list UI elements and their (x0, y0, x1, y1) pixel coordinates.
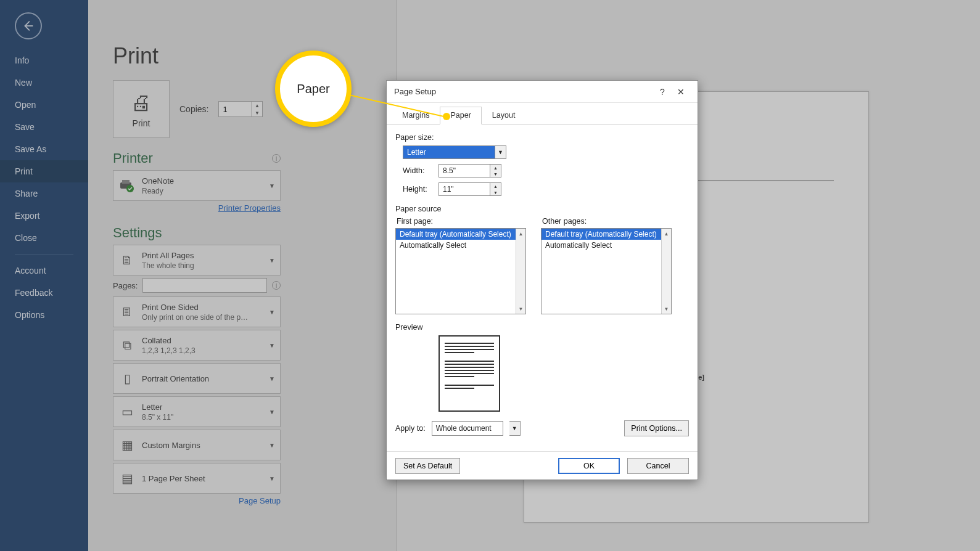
chevron-down-icon: ▼ (269, 442, 275, 449)
other-pages-label: Other pages: (542, 217, 672, 226)
copies-down[interactable]: ▼ (252, 109, 262, 116)
chevron-down-icon: ▼ (269, 475, 275, 482)
sides-dropdown[interactable]: 🗏 Print One Sided Only print on one side… (113, 296, 281, 327)
nav-options[interactable]: Options (0, 304, 88, 326)
scrollbar[interactable]: ▲▼ (661, 229, 671, 314)
height-value: 11" (439, 183, 490, 195)
nav-export[interactable]: Export (0, 205, 88, 227)
apply-to-label: Apply to: (395, 424, 426, 433)
ok-button[interactable]: OK (558, 458, 620, 474)
list-item[interactable]: Default tray (Automatically Select) (541, 229, 671, 240)
height-label: Height: (403, 185, 432, 194)
height-up[interactable]: ▲ (490, 183, 501, 189)
nav-save[interactable]: Save (0, 116, 88, 138)
printer-status-icon (118, 177, 136, 194)
list-item[interactable]: Automatically Select (396, 240, 525, 251)
chevron-down-icon: ▼ (269, 257, 275, 264)
list-item[interactable]: Default tray (Automatically Select) (396, 229, 525, 240)
nav-close[interactable]: Close (0, 227, 88, 249)
width-up[interactable]: ▲ (490, 165, 501, 171)
back-button[interactable] (15, 12, 42, 39)
orientation-label: Portrait Orientation (142, 374, 209, 383)
portrait-icon: ▯ (118, 370, 136, 387)
cancel-button[interactable]: Cancel (627, 458, 689, 474)
width-down[interactable]: ▼ (490, 171, 501, 177)
page-icon: ▭ (118, 403, 136, 420)
print-range-dropdown[interactable]: 🗎 Print All Pages The whole thing ▼ (113, 245, 281, 276)
tab-layout[interactable]: Layout (482, 107, 526, 124)
width-spinner[interactable]: 8.5" ▲▼ (439, 164, 501, 178)
collate-label: Collated (142, 336, 171, 345)
set-as-default-button[interactable]: Set As Default (395, 458, 460, 474)
pages-per-sheet-label: 1 Page Per Sheet (142, 474, 205, 483)
nav-info[interactable]: Info (0, 49, 88, 71)
list-item[interactable]: Automatically Select (541, 240, 671, 251)
paper-size-combo[interactable]: Letter ▼ (403, 145, 689, 159)
copies-label: Copies: (179, 104, 208, 114)
page-setup-dialog: Page Setup ? ✕ Margins Paper Layout Pape… (386, 80, 698, 480)
page-title: Print (113, 43, 310, 69)
chevron-down-icon[interactable]: ▼ (509, 421, 521, 436)
copies-spinner[interactable]: 1 ▲▼ (218, 101, 263, 117)
sides-label: Print One Sided (142, 303, 199, 312)
margins-dropdown[interactable]: ▦ Custom Margins ▼ (113, 430, 281, 460)
backstage-sidebar: Info New Open Save Save As Print Share E… (0, 0, 88, 551)
margins-label: Custom Margins (142, 441, 200, 450)
printer-properties-link[interactable]: Printer Properties (113, 203, 281, 213)
height-spinner[interactable]: 11" ▲▼ (439, 182, 501, 196)
orientation-dropdown[interactable]: ▯ Portrait Orientation ▼ (113, 363, 281, 394)
print-range-label: Print All Pages (142, 251, 194, 260)
print-button[interactable]: 🖨 Print (113, 80, 170, 138)
info-icon[interactable]: i (272, 154, 281, 163)
pages-per-sheet-dropdown[interactable]: ▤ 1 Page Per Sheet ▼ (113, 463, 281, 494)
nav-account[interactable]: Account (0, 259, 88, 282)
printer-name: OneNote (142, 176, 174, 186)
info-icon[interactable]: i (272, 281, 281, 290)
collate-dropdown[interactable]: ⧉ Collated 1,2,3 1,2,3 1,2,3 ▼ (113, 330, 281, 361)
sheet-icon: ▤ (118, 470, 136, 487)
page-setup-link[interactable]: Page Setup (113, 496, 281, 505)
sides-sub: Only print on one side of the p… (142, 313, 263, 322)
chevron-down-icon[interactable]: ▼ (495, 145, 506, 159)
callout-label: Paper (297, 82, 329, 96)
copies-value: 1 (219, 105, 251, 114)
paper-size-section-label: Paper size: (395, 133, 689, 142)
nav-open[interactable]: Open (0, 94, 88, 116)
nav-feedback[interactable]: Feedback (0, 282, 88, 304)
paper-size-label: Letter (142, 402, 162, 412)
one-sided-icon: 🗏 (118, 303, 136, 320)
chevron-down-icon: ▼ (269, 409, 275, 415)
width-label: Width: (403, 166, 432, 175)
nav-print[interactable]: Print (0, 160, 88, 182)
nav-new[interactable]: New (0, 71, 88, 94)
width-value: 8.5" (439, 165, 490, 177)
paper-size-dropdown[interactable]: ▭ Letter 8.5" x 11" ▼ (113, 396, 281, 427)
pages-icon: 🗎 (118, 251, 136, 269)
printer-dropdown[interactable]: OneNote Ready ▼ (113, 170, 281, 201)
copies-up[interactable]: ▲ (252, 102, 262, 109)
first-page-tray-list[interactable]: Default tray (Automatically Select) Auto… (395, 228, 526, 314)
scrollbar[interactable]: ▲▼ (516, 229, 525, 314)
preview-label: Preview (395, 323, 689, 332)
printer-status: Ready (142, 187, 263, 195)
height-down[interactable]: ▼ (490, 189, 501, 195)
apply-to-select[interactable]: Whole document (432, 421, 503, 436)
dialog-close-button[interactable]: ✕ (672, 83, 690, 101)
paper-size-sub: 8.5" x 11" (142, 413, 263, 422)
nav-separator (15, 254, 73, 255)
margins-icon: ▦ (118, 436, 136, 454)
printer-heading: Printer (113, 150, 153, 166)
chevron-down-icon: ▼ (269, 375, 275, 382)
other-pages-tray-list[interactable]: Default tray (Automatically Select) Auto… (541, 228, 672, 314)
nav-save-as[interactable]: Save As (0, 138, 88, 160)
dialog-tabs: Margins Paper Layout (387, 103, 698, 124)
print-options-button[interactable]: Print Options... (624, 420, 689, 436)
pages-input[interactable] (142, 278, 267, 293)
dialog-help-button[interactable]: ? (653, 83, 672, 101)
tab-margins[interactable]: Margins (392, 107, 440, 124)
chevron-down-icon: ▼ (269, 309, 275, 316)
nav-share[interactable]: Share (0, 182, 88, 205)
callout-highlight: Paper (275, 51, 352, 127)
chevron-down-icon: ▼ (269, 342, 275, 349)
paper-size-value: Letter (403, 145, 495, 159)
